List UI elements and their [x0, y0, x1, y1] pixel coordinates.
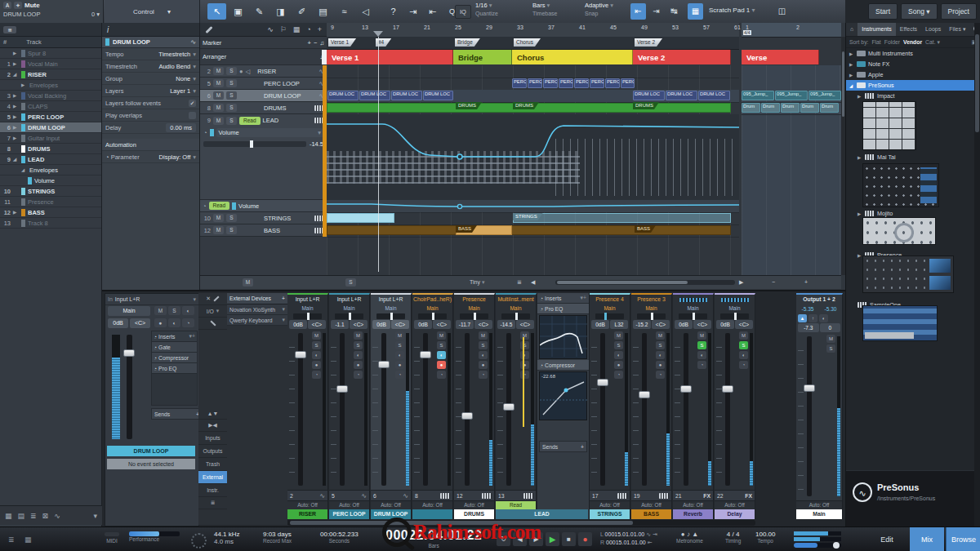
power-icon[interactable]: ◔: [540, 362, 543, 368]
pan-value[interactable]: <C>: [130, 318, 150, 328]
mute-button[interactable]: M: [739, 331, 748, 340]
channel-output[interactable]: Main: [287, 304, 327, 313]
power-icon[interactable]: ◔: [154, 366, 157, 371]
range-tool[interactable]: ▣: [229, 3, 247, 20]
pan-value[interactable]: <C>: [693, 320, 711, 329]
marker-flag[interactable]: Verse 2: [635, 38, 662, 47]
expand-icon[interactable]: ▶: [13, 104, 19, 109]
mixer-channel[interactable]: Presence Main -11.7<C> MS◐●◔ 12 Auto: Of…: [454, 293, 495, 519]
fader-handle[interactable]: [123, 349, 135, 357]
close-icon[interactable]: ✕: [206, 295, 211, 302]
channel-instrument[interactable]: MultiInst..ment: [496, 295, 536, 304]
mixer-channel[interactable]: ChoirPad..heR) Main 0dB<C> MS◐●◔ 8 Auto:…: [412, 293, 453, 519]
fader-handle[interactable]: [461, 412, 473, 420]
timer-icon[interactable]: ◔: [697, 361, 706, 369]
automation-mode-read[interactable]: Read: [496, 500, 536, 509]
sort-vendor[interactable]: Vendor: [903, 39, 922, 45]
fader-handle[interactable]: [295, 351, 306, 358]
bank-outputs[interactable]: Outputs: [198, 445, 227, 458]
bend-tool[interactable]: ≈: [335, 3, 354, 20]
control-link-panel[interactable]: Control ▾: [105, 0, 200, 23]
volume-value[interactable]: -7.3: [798, 323, 819, 332]
fader-track[interactable]: [465, 333, 470, 486]
mute-button[interactable]: M: [213, 214, 224, 222]
timer-icon[interactable]: ◔: [479, 371, 488, 379]
timer-icon[interactable]: ◔: [354, 371, 363, 379]
pan-slider[interactable]: [335, 313, 363, 319]
expand-icon[interactable]: ▶: [21, 82, 27, 87]
automation-read-button[interactable]: Read: [239, 117, 261, 125]
output-bus[interactable]: Main: [108, 306, 150, 316]
pan-slider[interactable]: [501, 313, 530, 319]
options-icon[interactable]: ≣: [8, 535, 15, 544]
automation-mode[interactable]: Auto: Off: [631, 500, 671, 509]
playhead-marker[interactable]: [373, 31, 383, 37]
fader-track[interactable]: [381, 333, 386, 486]
pan-value[interactable]: <C>: [350, 320, 368, 329]
automation-mode-icon[interactable]: A: [3, 2, 11, 9]
sends-rack[interactable]: Sends+: [539, 441, 587, 452]
tree-item[interactable]: ▶Note FX: [846, 59, 980, 69]
insert-slot[interactable]: ◔Pro EQ: [537, 304, 589, 314]
record-arm-button[interactable]: ●: [354, 361, 363, 369]
expand-icon[interactable]: ▶: [13, 93, 19, 98]
power-icon[interactable]: ◔: [105, 153, 109, 161]
track-row[interactable]: 10 STRINGS: [0, 186, 101, 197]
home-icon[interactable]: ⌂: [846, 23, 858, 36]
record-arm-button[interactable]: ●: [312, 361, 321, 369]
grid-icon[interactable]: ▦: [293, 25, 301, 33]
insert-slot[interactable]: ◔Pro EQ: [152, 363, 197, 374]
fx-channel[interactable]: Main 0dB<C> MS◐◔ 21FX Auto: Off Reverb: [673, 293, 714, 519]
play-overlaps-row[interactable]: Play overlaps: [102, 109, 199, 122]
instrument-item[interactable]: ▶Mai Tai: [846, 152, 980, 162]
tree-item[interactable]: ▶Apple: [846, 69, 980, 80]
arrange-track-header[interactable]: 2 M S ● ◁ RISER ∿: [200, 65, 327, 78]
solo-button[interactable]: S: [656, 341, 665, 349]
tempo-readout[interactable]: 100.00 Tempo: [755, 531, 775, 544]
audio-clip[interactable]: DRUM LOC: [359, 91, 390, 100]
channel-name-plate[interactable]: BASS: [631, 509, 671, 519]
audio-clip[interactable]: PERC: [605, 78, 620, 88]
song-page-button[interactable]: Song ▾: [901, 3, 938, 20]
scratchpad-ruler[interactable]: 1 2 4/4: [742, 23, 841, 38]
mute-button[interactable]: M: [697, 331, 706, 340]
pan-value[interactable]: <C>: [516, 320, 534, 329]
solo-button[interactable]: S: [354, 341, 363, 349]
audio-clip[interactable]: [327, 225, 731, 235]
instrument-item[interactable]: ▶Impact: [846, 91, 980, 101]
arranger-section[interactable]: Bridge: [453, 50, 512, 64]
envelope-row[interactable]: ◢Envelopes: [0, 165, 101, 176]
volume-value[interactable]: 0dB: [289, 320, 307, 329]
automation-mode[interactable]: Auto: Off: [454, 500, 494, 509]
channel-output[interactable]: Main: [371, 304, 411, 313]
channel-input[interactable]: Input L+R: [371, 295, 411, 304]
add-track-icon[interactable]: +: [318, 25, 322, 33]
channel-name-plate[interactable]: STRINGS: [590, 509, 630, 519]
group-row[interactable]: GroupNone▾: [102, 73, 199, 85]
automation-mode[interactable]: Auto: Off: [590, 500, 630, 509]
edit-view-button[interactable]: Edit: [866, 527, 908, 551]
marker-lane[interactable]: Verse 1 #4 Bridge Chorus Verse 2: [327, 37, 739, 50]
mute-button[interactable]: M: [520, 331, 529, 340]
solo-button[interactable]: S: [226, 226, 237, 234]
pan-value[interactable]: <C>: [391, 320, 409, 329]
autoscroll-button[interactable]: ⇤: [630, 3, 646, 20]
marker-flag[interactable]: Bridge: [455, 38, 480, 47]
channel-name-plate[interactable]: Delay: [715, 509, 755, 519]
scroll-left-icon[interactable]: ◀: [531, 279, 535, 286]
power-icon[interactable]: ◔: [540, 306, 543, 312]
track-row[interactable]: 5▶PERC LOOP: [0, 112, 101, 122]
fader-track[interactable]: [340, 333, 345, 486]
follow-cursor-button[interactable]: ↹: [666, 3, 682, 20]
fader-track[interactable]: [725, 333, 730, 486]
timebase-combo[interactable]: Bars ▾ Timebase: [532, 2, 583, 16]
channel-instrument[interactable]: Presence 4: [590, 295, 630, 304]
track-row[interactable]: 12▶BASS: [0, 207, 101, 218]
stereo-icon[interactable]: ◐: [182, 306, 194, 315]
mute-button[interactable]: M: [213, 104, 224, 112]
arrange-track-header[interactable]: 8 M S DRUMS: [200, 102, 327, 114]
bank-up-down-icons[interactable]: ▲▼: [198, 407, 227, 420]
parameter-row[interactable]: ◔ ParameterDisplay: Off▾: [102, 151, 199, 163]
track-row[interactable]: 7▶Guitar Input: [0, 133, 101, 144]
channel-input[interactable]: Input L+R: [329, 295, 369, 304]
